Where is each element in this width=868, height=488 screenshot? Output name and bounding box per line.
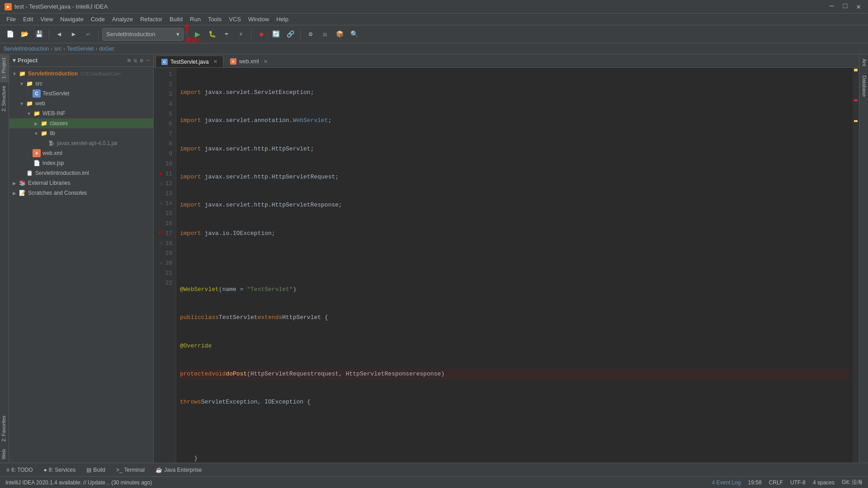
bottom-tab-java-enterprise[interactable]: ☕ Java Enterprise bbox=[151, 464, 206, 476]
status-message: IntelliJ IDEA 2020.1.4 available: // Upd… bbox=[5, 479, 152, 486]
tree-item-iml[interactable]: 📋 ServletIntroduction.iml bbox=[9, 168, 153, 178]
project-panel-title: ▾ Project bbox=[13, 57, 38, 64]
tab-bar: C TestServlet.java ✕ X web.xml ✕ bbox=[154, 54, 859, 68]
line-separator[interactable]: CRLF bbox=[769, 479, 783, 486]
code-line-1: import javax.servlet.ServletException; bbox=[180, 88, 849, 98]
menu-file[interactable]: File bbox=[3, 15, 19, 23]
tree-item-servlet-jar[interactable]: 🗜 javax.servlet-api-4.0.1.jar bbox=[9, 138, 153, 148]
menu-analyze[interactable]: Analyze bbox=[108, 15, 137, 23]
tree-item-src[interactable]: ▼ 📁 src bbox=[9, 79, 153, 89]
tree-item-webxml[interactable]: X web.xml bbox=[9, 148, 153, 158]
bottom-tab-terminal[interactable]: >_ Terminal bbox=[112, 464, 149, 476]
left-sidebar: 1: Project 2: Structure 2: Favorites Web bbox=[0, 54, 9, 463]
tab-webxml-close[interactable]: ✕ bbox=[264, 59, 268, 65]
back-button[interactable]: ◀ bbox=[53, 28, 66, 41]
breadcrumb-project[interactable]: ServletIntroduction bbox=[4, 46, 49, 52]
tree-item-webinf[interactable]: ▼ 📁 WEB-INF bbox=[9, 108, 153, 118]
title-left: ▶ test - TestServlet.java - IntelliJ IDE… bbox=[5, 3, 108, 10]
breadcrumb: ServletIntroduction › src › TestServlet … bbox=[0, 43, 868, 54]
sidebar-tab-web[interactable]: Web bbox=[0, 446, 9, 463]
editor-content[interactable]: 1 2 3 4 5 6 7 8 9 10 ●11 ◁12 13 ◁14 15 1… bbox=[154, 68, 859, 463]
tree-item-testservlet[interactable]: C TestServlet bbox=[9, 89, 153, 99]
separator-4 bbox=[251, 30, 251, 39]
encoding[interactable]: UTF-8 bbox=[790, 479, 806, 486]
build-icon: ▤ bbox=[86, 467, 91, 473]
tree-item-classes[interactable]: ▶ 📁 classes bbox=[9, 118, 153, 128]
save-button[interactable]: 💾 bbox=[33, 28, 45, 41]
open-button[interactable]: 📂 bbox=[18, 28, 31, 41]
tab-testservlet-close[interactable]: ✕ bbox=[213, 59, 217, 65]
statusbar: IntelliJ IDEA 2020.1.4 available: // Upd… bbox=[0, 476, 868, 488]
project-collapse-icon[interactable]: — bbox=[146, 57, 150, 64]
attach-debugger-button[interactable]: 🔗 bbox=[284, 28, 297, 41]
status-left: IntelliJ IDEA 2020.1.4 available: // Upd… bbox=[5, 479, 152, 486]
services-icon: ● bbox=[44, 467, 47, 473]
menu-window[interactable]: Window bbox=[245, 15, 273, 23]
code-line-10: @Override bbox=[180, 341, 849, 351]
tree-item-external-libs[interactable]: ▶ 📚 External Libraries bbox=[9, 178, 153, 188]
project-sort-icon[interactable]: ⇅ bbox=[134, 57, 137, 64]
forward-button[interactable]: ▶ bbox=[67, 28, 80, 41]
project-selector[interactable]: ServletIntroduction ▾ bbox=[102, 28, 184, 41]
menu-build[interactable]: Build bbox=[166, 15, 186, 23]
code-editor[interactable]: import javax.servlet.ServletException; i… bbox=[176, 68, 853, 463]
menu-code[interactable]: Code bbox=[87, 15, 108, 23]
code-line-3: import javax.servlet.http.HttpServlet; bbox=[180, 144, 849, 154]
code-line-9: public class TestServlet extends HttpSer… bbox=[180, 313, 849, 323]
code-line-11: protected void doPost(HttpServletRequest… bbox=[180, 369, 849, 379]
tree-item-indexjsp[interactable]: 📄 index.jsp bbox=[9, 158, 153, 168]
right-tab-ant[interactable]: Ant bbox=[859, 54, 868, 71]
code-line-14: } bbox=[180, 454, 849, 463]
stop-button[interactable]: ◼ bbox=[255, 28, 268, 41]
sdk-button[interactable]: 📦 bbox=[333, 28, 346, 41]
menu-edit[interactable]: Edit bbox=[19, 15, 37, 23]
code-line-6: import java.io.IOException; bbox=[180, 229, 849, 239]
breadcrumb-method[interactable]: doGet bbox=[99, 46, 114, 52]
settings-button[interactable]: ⚙ bbox=[304, 28, 317, 41]
editor-area: C TestServlet.java ✕ X web.xml ✕ 1 2 3 4… bbox=[154, 54, 859, 463]
menu-refactor[interactable]: Refactor bbox=[137, 15, 166, 23]
bottom-tab-todo[interactable]: ≡ 6: TODO bbox=[2, 464, 38, 476]
restart-button[interactable]: 🔄 bbox=[269, 28, 282, 41]
tasks-button[interactable]: ☑ bbox=[319, 28, 331, 41]
folder-icon: 📁 bbox=[18, 70, 26, 78]
breadcrumb-class[interactable]: TestServlet bbox=[67, 46, 94, 52]
bottom-tab-build[interactable]: ▤ Build bbox=[82, 464, 110, 476]
menu-run[interactable]: Run bbox=[186, 15, 204, 23]
sidebar-tab-favorites[interactable]: 2: Favorites bbox=[0, 412, 9, 445]
minimize-button[interactable]: ─ bbox=[827, 2, 837, 11]
tree-item-root[interactable]: ▼ 📁 ServletIntroduction C:\CodeBaseCam bbox=[9, 69, 153, 79]
debug-button[interactable]: 🐛 bbox=[206, 28, 218, 41]
indent-setting[interactable]: 4 spaces bbox=[813, 479, 835, 486]
project-add-icon[interactable]: ⊕ bbox=[127, 57, 131, 64]
new-file-button[interactable]: 📄 bbox=[4, 28, 16, 41]
tab-testservlet-label: TestServlet.java bbox=[170, 59, 209, 65]
close-button[interactable]: ✕ bbox=[854, 2, 863, 11]
tab-webxml[interactable]: X web.xml ✕ bbox=[224, 56, 274, 67]
separator-3 bbox=[187, 30, 188, 39]
tab-testservlet[interactable]: C TestServlet.java ✕ bbox=[156, 56, 223, 67]
project-settings-icon[interactable]: ⚙ bbox=[140, 57, 143, 64]
maximize-button[interactable]: □ bbox=[840, 2, 850, 11]
run-with-coverage-button[interactable]: ☂ bbox=[220, 28, 233, 41]
breadcrumb-src[interactable]: src bbox=[54, 46, 61, 52]
event-log-button[interactable]: 4 Event Log bbox=[712, 479, 741, 486]
undo-button[interactable]: ↩ bbox=[82, 28, 94, 41]
tree-item-scratches[interactable]: ▶ 📝 Scratches and Consoles bbox=[9, 188, 153, 198]
profile-button[interactable]: ⚡ bbox=[235, 28, 247, 41]
tree-item-web[interactable]: ▼ 📁 web bbox=[9, 99, 153, 108]
bottom-tab-services[interactable]: ● 8: Services bbox=[39, 464, 80, 476]
sidebar-tab-structure[interactable]: 2: Structure bbox=[0, 82, 9, 115]
tree-item-lib[interactable]: ▼ 📁 lib bbox=[9, 128, 153, 138]
bottom-toolbar: ≡ 6: TODO ● 8: Services ▤ Build >_ Termi… bbox=[0, 463, 868, 476]
menu-vcs[interactable]: VCS bbox=[225, 15, 245, 23]
project-selector-label: ServletIntroduction bbox=[106, 31, 155, 38]
menu-view[interactable]: View bbox=[37, 15, 57, 23]
right-tab-database[interactable]: Database bbox=[859, 71, 868, 101]
menu-help[interactable]: Help bbox=[273, 15, 292, 23]
run-button[interactable]: ▶ bbox=[191, 28, 204, 41]
menu-tools[interactable]: Tools bbox=[204, 15, 225, 23]
search-everywhere-button[interactable]: 🔍 bbox=[348, 28, 360, 41]
menu-navigate[interactable]: Navigate bbox=[57, 15, 87, 23]
sidebar-tab-project[interactable]: 1: Project bbox=[0, 54, 9, 82]
